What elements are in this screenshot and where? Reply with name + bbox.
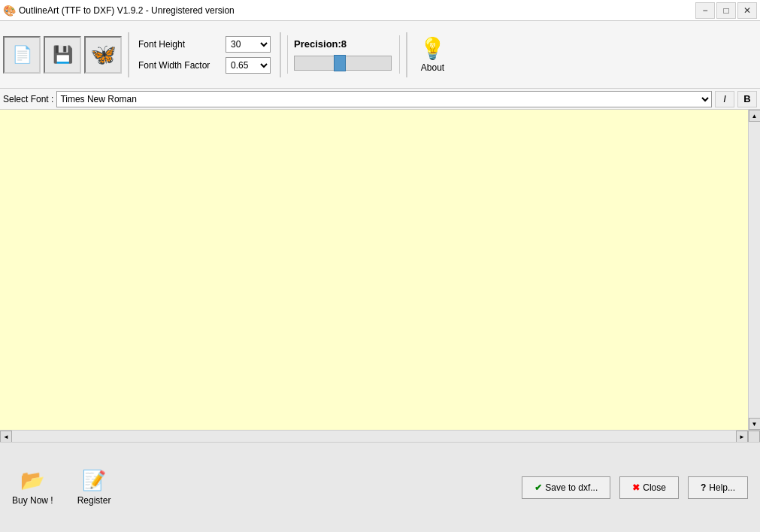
font-height-dropdown[interactable]: 30 20 40 50 60 bbox=[226, 36, 271, 53]
buy-now-label: Buy Now ! bbox=[12, 495, 53, 506]
save-to-dxf-button[interactable]: ✔ Save to dxf... bbox=[522, 476, 610, 499]
font-width-row: Font Width Factor 0.65 0.5 0.75 1.0 bbox=[138, 57, 271, 74]
italic-button[interactable]: I bbox=[715, 91, 734, 107]
bulb-icon: 💡 bbox=[419, 36, 446, 61]
font-width-dropdown[interactable]: 0.65 0.5 0.75 1.0 bbox=[226, 57, 271, 74]
save-file-button[interactable]: 💾 bbox=[44, 36, 81, 74]
main-editing-area: ▲ ▼ bbox=[0, 110, 760, 430]
bottom-panel: 📂 Buy Now ! 📝 Register ✔ Save to dxf... … bbox=[0, 442, 760, 532]
new-file-button[interactable]: 📄 bbox=[3, 36, 41, 74]
new-file-icon: 📄 bbox=[12, 45, 32, 65]
butterfly-icon: 🦋 bbox=[84, 36, 122, 74]
bottom-actions-left: 📂 Buy Now ! 📝 Register bbox=[12, 469, 111, 506]
text-editor[interactable] bbox=[0, 110, 748, 430]
font-select-dropdown[interactable]: Times New Roman Arial Courier New Georgi… bbox=[56, 91, 712, 107]
scroll-track-horizontal[interactable] bbox=[12, 431, 736, 442]
select-font-label: Select Font : bbox=[3, 94, 53, 104]
scroll-down-button[interactable]: ▼ bbox=[749, 418, 761, 430]
vertical-scrollbar[interactable]: ▲ ▼ bbox=[748, 110, 760, 430]
font-width-label: Font Width Factor bbox=[138, 60, 221, 71]
title-bar: 🎨 OutlineArt (TTF to DXF) V1.9.2 - Unreg… bbox=[0, 0, 760, 21]
precision-label: Precision:8 bbox=[294, 38, 347, 50]
close-button[interactable]: ✖ Close bbox=[619, 476, 679, 499]
toolbar-separator-2 bbox=[280, 32, 281, 77]
register-label: Register bbox=[77, 495, 111, 506]
register-icon: 📝 bbox=[82, 469, 106, 492]
help-label: Help... bbox=[709, 482, 735, 493]
horizontal-scrollbar[interactable]: ◄ ► bbox=[0, 430, 760, 442]
precision-area: Precision:8 bbox=[287, 35, 400, 74]
save-dxf-icon: ✔ bbox=[534, 482, 542, 493]
close-label: Close bbox=[643, 482, 666, 493]
toolbar: 📄 💾 🦋 Font Height 30 20 40 50 60 Font Wi… bbox=[0, 21, 760, 89]
butterfly-image: 🦋 bbox=[90, 42, 117, 67]
save-file-icon: 💾 bbox=[53, 45, 73, 65]
bold-button[interactable]: B bbox=[737, 91, 757, 107]
precision-slider[interactable] bbox=[294, 56, 392, 71]
font-settings: Font Height 30 20 40 50 60 Font Width Fa… bbox=[135, 33, 274, 77]
bottom-actions-right: ✔ Save to dxf... ✖ Close ? Help... bbox=[522, 476, 748, 499]
app-title: OutlineArt (TTF to DXF) V1.9.2 - Unregis… bbox=[19, 5, 235, 16]
maximize-button[interactable]: □ bbox=[716, 2, 736, 19]
buy-now-button[interactable]: 📂 Buy Now ! bbox=[12, 469, 53, 506]
help-icon: ? bbox=[701, 482, 706, 493]
scroll-track-vertical[interactable] bbox=[749, 122, 760, 418]
close-window-button[interactable]: ✕ bbox=[737, 2, 757, 19]
app-icon: 🎨 bbox=[3, 5, 16, 17]
about-label: About bbox=[421, 62, 444, 73]
font-select-row: Select Font : Times New Roman Arial Cour… bbox=[0, 89, 760, 110]
scroll-left-button[interactable]: ◄ bbox=[0, 431, 12, 442]
buy-now-icon: 📂 bbox=[20, 469, 44, 492]
title-bar-controls: − □ ✕ bbox=[695, 2, 757, 19]
save-to-dxf-label: Save to dxf... bbox=[545, 482, 598, 493]
font-height-label: Font Height bbox=[138, 39, 221, 50]
toolbar-separator-3 bbox=[406, 32, 407, 77]
scroll-right-button[interactable]: ► bbox=[736, 431, 748, 442]
toolbar-separator bbox=[128, 32, 129, 77]
minimize-button[interactable]: − bbox=[695, 2, 715, 19]
about-button[interactable]: 💡 About bbox=[413, 33, 452, 76]
scroll-up-button[interactable]: ▲ bbox=[749, 110, 761, 122]
help-button[interactable]: ? Help... bbox=[688, 476, 748, 499]
font-height-row: Font Height 30 20 40 50 60 bbox=[138, 36, 271, 53]
title-bar-left: 🎨 OutlineArt (TTF to DXF) V1.9.2 - Unreg… bbox=[3, 5, 235, 17]
register-button[interactable]: 📝 Register bbox=[77, 469, 111, 506]
close-icon: ✖ bbox=[632, 482, 640, 493]
